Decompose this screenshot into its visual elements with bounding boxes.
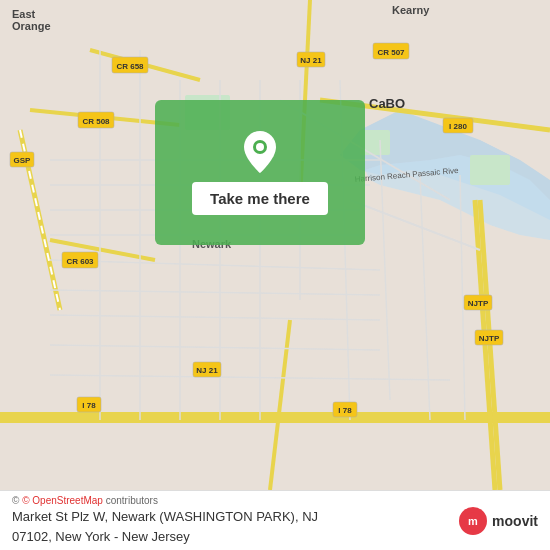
svg-rect-5 [470,155,510,185]
svg-text:CR 508: CR 508 [82,117,110,126]
svg-text:Kearny: Kearny [392,4,430,16]
map-svg: CR 658 CR 507 CR 508 CR 603 NJ 21 NJ 21 … [0,0,550,490]
svg-text:Orange: Orange [12,20,51,32]
copyright-symbol: © [12,495,19,506]
take-me-there-button[interactable]: Take me there [192,182,328,215]
moovit-text: moovit [492,513,538,529]
map-container: CR 658 CR 507 CR 508 CR 603 NJ 21 NJ 21 … [0,0,550,490]
moovit-icon: m [459,507,487,535]
openstreetmap-link[interactable]: © OpenStreetMap [22,495,103,506]
info-bar: © © OpenStreetMap contributors Market St… [0,490,550,550]
svg-text:I 78: I 78 [82,401,96,410]
svg-point-70 [256,143,264,151]
highlight-overlay: Take me there [155,100,365,245]
svg-text:CaBO: CaBO [369,96,405,111]
svg-text:East: East [12,8,36,20]
info-content: © © OpenStreetMap contributors Market St… [12,495,449,546]
moovit-logo: m moovit [459,507,538,535]
address-line1: Market St Plz W, Newark (WASHINGTON PARK… [12,508,449,526]
svg-text:NJ 21: NJ 21 [300,56,322,65]
svg-text:NJTP: NJTP [468,299,489,308]
location-pin [242,130,278,174]
svg-text:GSP: GSP [14,156,32,165]
copyright-text: © © OpenStreetMap contributors [12,495,449,506]
address-line2: 07102, New York - New Jersey [12,528,449,546]
svg-text:NJ 21: NJ 21 [196,366,218,375]
contributors-text: contributors [106,495,158,506]
svg-text:I 78: I 78 [338,406,352,415]
svg-text:NJTP: NJTP [479,334,500,343]
svg-text:CR 507: CR 507 [377,48,405,57]
svg-text:CR 603: CR 603 [66,257,94,266]
svg-text:CR 658: CR 658 [116,62,144,71]
svg-text:m: m [468,515,478,527]
svg-text:I 280: I 280 [449,122,467,131]
